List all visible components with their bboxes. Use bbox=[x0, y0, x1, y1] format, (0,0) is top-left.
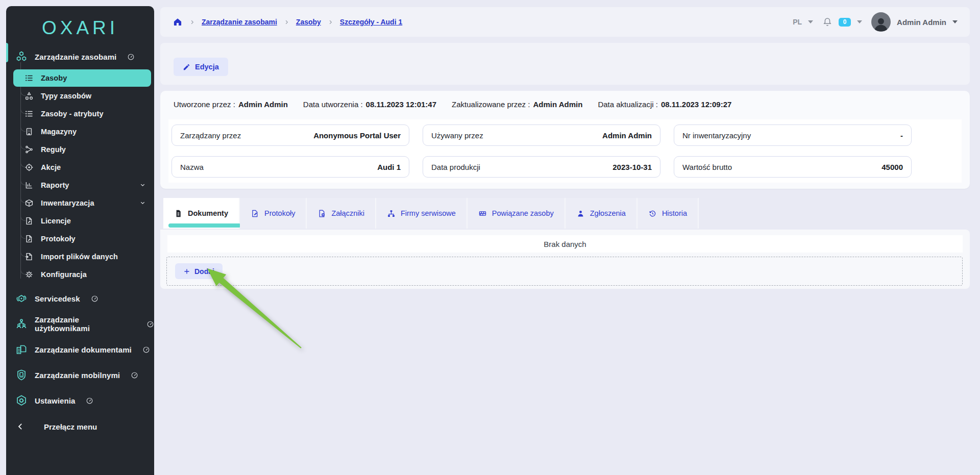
tour-gauge-icon bbox=[142, 346, 150, 354]
sidebar-item-label: Akcje bbox=[41, 163, 61, 171]
tour-gauge-icon bbox=[91, 295, 99, 303]
documents-icon bbox=[15, 343, 28, 356]
chevron-down-icon bbox=[139, 182, 146, 188]
avatar[interactable] bbox=[871, 12, 891, 32]
brand-logo: OXARI bbox=[6, 17, 154, 39]
sidebar-item-licencje[interactable]: Licencje bbox=[6, 212, 154, 230]
sidebar-item-label: Zasoby bbox=[41, 74, 67, 82]
fields-area: Zarządzany przez Anonymous Portal User U… bbox=[168, 119, 962, 183]
sidebar-item-inwentaryzacja[interactable]: Inwentaryzacja bbox=[6, 194, 154, 212]
shapes-icon bbox=[24, 91, 34, 101]
toolbar-bar: Edycja bbox=[160, 43, 970, 85]
tab-label: Dokumenty bbox=[188, 209, 228, 217]
field-label: Data produkcji bbox=[431, 163, 480, 171]
chevron-down-icon[interactable] bbox=[857, 20, 862, 23]
field-value: Anonymous Portal User bbox=[313, 131, 401, 140]
edit-button-label: Edycja bbox=[195, 63, 219, 71]
sidebar-group-label: Zarządzanie zasobami bbox=[35, 53, 116, 61]
linked-assets-bricks-icon bbox=[478, 209, 487, 218]
sidebar-item-ustawienia[interactable]: Ustawienia bbox=[6, 388, 154, 413]
sidebar-item-zarzadzanie-uzytkownikami[interactable]: Zarządzanie użytkownikami bbox=[6, 311, 154, 337]
breadcrumb-link-zarzadzanie-zasobami[interactable]: Zarządzanie zasobami bbox=[202, 18, 277, 26]
tab-label: Załączniki bbox=[331, 209, 364, 217]
breadcrumb-current[interactable]: Szczegóły - Audi 1 bbox=[340, 18, 402, 26]
network-icon bbox=[24, 145, 34, 154]
created-by-value: Admin Admin bbox=[238, 100, 288, 109]
sidebar-item-label: Import plików danych bbox=[41, 253, 118, 261]
breadcrumb: Zarządzanie zasobami Zasoby Szczegóły - … bbox=[173, 17, 402, 27]
chevron-down-icon[interactable] bbox=[952, 20, 958, 23]
sidebar-item-akcje[interactable]: Akcje bbox=[6, 158, 154, 176]
users-icon bbox=[15, 318, 28, 330]
documents-tab-panel: Brak danych Dodaj bbox=[160, 230, 970, 289]
chevron-right-icon bbox=[284, 19, 289, 25]
sidebar-item-label: Servicedesk bbox=[35, 294, 80, 303]
sidebar-item-label: Zarządzanie mobilnymi bbox=[35, 371, 120, 380]
add-dropzone[interactable]: Dodaj bbox=[166, 257, 963, 286]
chevron-down-icon[interactable] bbox=[808, 20, 813, 23]
history-clock-icon bbox=[648, 209, 657, 218]
field-label: Nazwa bbox=[180, 163, 204, 171]
field-value: Admin Admin bbox=[602, 131, 652, 140]
field-value: Audi 1 bbox=[377, 163, 401, 171]
list-icon bbox=[24, 73, 34, 83]
field-zarzadzany-przez: Zarządzany przez Anonymous Portal User bbox=[172, 124, 409, 146]
sidebar-item-konfiguracja[interactable]: Konfiguracja bbox=[6, 265, 154, 283]
field-label: Zarządzany przez bbox=[180, 131, 241, 140]
tab-powiazane-zasoby[interactable]: Powiązane zasoby bbox=[468, 198, 566, 229]
sidebar-item-zasoby-atrybuty[interactable]: Zasoby - atrybuty bbox=[6, 105, 154, 122]
tab-zalaczniki[interactable]: Załączniki bbox=[307, 198, 376, 229]
pencil-icon bbox=[183, 63, 190, 71]
field-uzywany-przez: Używany przez Admin Admin bbox=[423, 124, 660, 146]
sidebar-item-label: Zarządzanie użytkownikami bbox=[35, 315, 136, 333]
tab-label: Historia bbox=[662, 209, 687, 217]
field-label: Wartość brutto bbox=[682, 163, 732, 171]
tour-gauge-icon bbox=[86, 397, 93, 405]
sidebar-submenu: Zasoby Typy zasobów Zasoby - atrybuty bbox=[6, 69, 154, 283]
sidebar-item-servicedesk[interactable]: Servicedesk bbox=[6, 286, 154, 311]
sidebar-item-zarzadzanie-mobilnymi[interactable]: Zarządzanie mobilnymi bbox=[6, 362, 154, 388]
document-icon bbox=[174, 209, 183, 218]
add-button[interactable]: Dodaj bbox=[175, 263, 223, 279]
empty-state-row: Brak danych bbox=[167, 235, 963, 253]
sidebar-item-zarzadzanie-dokumentami[interactable]: Zarządzanie dokumentami bbox=[6, 337, 154, 362]
tab-zgloszenia[interactable]: Zgłoszenia bbox=[566, 198, 638, 229]
audit-meta-bar: Utworzone przez :Admin Admin Data utworz… bbox=[174, 100, 731, 109]
sidebar-item-protokoly[interactable]: Protokoły bbox=[6, 230, 154, 247]
document-pencil-icon bbox=[24, 216, 34, 226]
tab-firmy-serwisowe[interactable]: Firmy serwisowe bbox=[376, 198, 468, 229]
sidebar-item-label: Konfiguracja bbox=[41, 270, 87, 279]
sidebar-item-magazyny[interactable]: Magazyny bbox=[6, 122, 154, 140]
sidebar-item-typy-zasobow[interactable]: Typy zasobów bbox=[6, 87, 154, 105]
sidebar-item-zasoby[interactable]: Zasoby bbox=[13, 69, 151, 87]
edit-button[interactable]: Edycja bbox=[174, 58, 228, 76]
sidebar-toggle-label: Przełącz menu bbox=[44, 422, 97, 431]
language-selector-label[interactable]: PL bbox=[793, 18, 802, 26]
bell-icon[interactable] bbox=[822, 17, 832, 27]
field-nr-inwentaryzacyjny: Nr inwentaryzacyjny - bbox=[674, 124, 912, 146]
empty-state-text: Brak danych bbox=[544, 240, 586, 248]
sidebar-collapse-toggle[interactable]: Przełącz menu bbox=[6, 414, 154, 439]
notification-count-badge[interactable]: 0 bbox=[839, 18, 851, 27]
sidebar-item-import-plikow[interactable]: Import plików danych bbox=[6, 247, 154, 265]
field-label: Nr inwentaryzacyjny bbox=[682, 131, 751, 140]
chevron-down-icon bbox=[139, 199, 146, 206]
created-by-label: Utworzone przez : bbox=[174, 100, 235, 109]
field-label: Używany przez bbox=[431, 131, 483, 140]
sidebar-item-reguly[interactable]: Reguły bbox=[6, 140, 154, 158]
tab-protokoly[interactable]: Protokoły bbox=[240, 198, 307, 229]
sidebar-group-asset-management[interactable]: Zarządzanie zasobami bbox=[6, 47, 154, 66]
breadcrumb-link-zasoby[interactable]: Zasoby bbox=[296, 18, 321, 26]
settings-hexagon-icon bbox=[15, 394, 28, 407]
sidebar-item-raporty[interactable]: Raporty bbox=[6, 176, 154, 194]
tour-gauge-icon bbox=[127, 53, 135, 61]
updated-at-value: 08.11.2023 12:09:27 bbox=[661, 100, 731, 109]
sitemap-icon bbox=[387, 209, 396, 218]
tab-historia[interactable]: Historia bbox=[638, 198, 699, 229]
user-menu-label[interactable]: Admin Admin bbox=[897, 18, 946, 27]
home-icon[interactable] bbox=[173, 17, 183, 27]
person-icon bbox=[576, 209, 585, 218]
tab-dokumenty[interactable]: Dokumenty bbox=[163, 198, 240, 229]
gear-icon bbox=[24, 270, 34, 279]
field-data-produkcji: Data produkcji 2023-10-31 bbox=[423, 156, 660, 178]
